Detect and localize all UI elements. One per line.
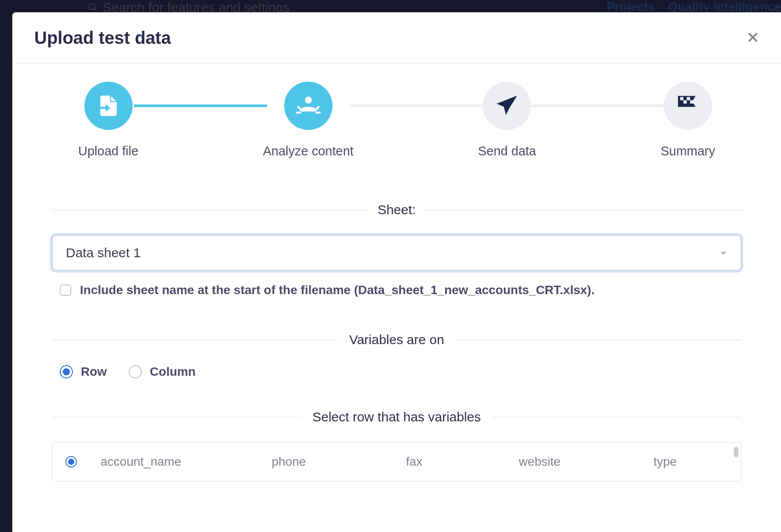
modal-body: Upload file Analyze content	[12, 64, 781, 482]
sheet-section-header: Sheet:	[52, 202, 741, 217]
include-sheet-name-row: Include sheet name at the start of the f…	[52, 283, 741, 297]
close-button[interactable]	[747, 30, 759, 46]
variables-on-row-label: Row	[81, 365, 107, 379]
step-connector-2	[349, 104, 482, 107]
svg-rect-8	[690, 101, 694, 104]
variables-on-column-label: Column	[150, 365, 195, 379]
svg-rect-7	[683, 101, 687, 104]
include-sheet-name-label: Include sheet name at the start of the f…	[80, 283, 595, 297]
sheet-label: Sheet:	[367, 202, 427, 217]
table-cell: website	[477, 455, 603, 469]
step-circle-send	[483, 82, 531, 130]
table-cell: phone	[226, 455, 352, 469]
step-label-upload: Upload file	[78, 144, 138, 158]
step-circle-upload	[84, 82, 133, 130]
svg-rect-6	[687, 97, 690, 101]
variables-on-row-radio[interactable]	[60, 365, 73, 378]
sheet-select-wrapper: Data sheet 1	[52, 235, 741, 271]
table-row-cells: account_name phone fax website type	[101, 455, 728, 469]
select-row-section-header: Select row that has variables	[52, 410, 741, 424]
step-label-analyze: Analyze content	[263, 144, 353, 158]
step-send-data[interactable]: Send data	[478, 82, 536, 158]
step-analyze-content[interactable]: Analyze content	[263, 82, 353, 158]
variables-on-label: Variables are on	[339, 332, 455, 347]
step-label-summary: Summary	[661, 144, 715, 158]
analyze-icon	[295, 92, 322, 119]
paper-plane-icon	[495, 93, 519, 118]
svg-rect-5	[680, 97, 683, 101]
variable-row-table: account_name phone fax website type	[52, 442, 741, 482]
table-cell: account_name	[101, 455, 226, 469]
step-circle-analyze	[284, 82, 333, 130]
scroll-indicator[interactable]	[734, 447, 738, 457]
close-icon	[747, 31, 759, 43]
step-connector-1	[134, 104, 267, 107]
variables-section-header: Variables are on	[52, 332, 741, 347]
variables-on-column-option[interactable]: Column	[129, 365, 195, 379]
sheet-select-value: Data sheet 1	[66, 245, 141, 260]
flag-icon	[675, 93, 701, 119]
step-upload-file[interactable]: Upload file	[78, 82, 138, 158]
file-import-icon	[96, 93, 121, 118]
sheet-select[interactable]: Data sheet 1	[52, 235, 741, 271]
stepper: Upload file Analyze content	[52, 82, 741, 158]
step-circle-summary	[664, 82, 712, 130]
modal-header: Upload test data	[12, 12, 781, 64]
table-cell: type	[602, 455, 728, 469]
variables-on-row-option[interactable]: Row	[60, 365, 107, 379]
variables-on-column-radio[interactable]	[129, 365, 142, 378]
table-row[interactable]: account_name phone fax website type	[52, 442, 741, 481]
step-connector-3	[532, 104, 665, 107]
table-row-radio[interactable]	[65, 456, 77, 467]
table-row-radio-cell	[65, 456, 101, 467]
step-label-send: Send data	[478, 144, 536, 158]
variables-on-radio-row: Row Column	[52, 365, 741, 379]
svg-point-4	[305, 97, 312, 104]
table-cell: fax	[351, 455, 477, 469]
upload-modal: Upload test data Upload file	[12, 12, 781, 532]
select-row-label: Select row that has variables	[302, 410, 492, 424]
include-sheet-name-checkbox[interactable]	[60, 284, 71, 296]
step-summary[interactable]: Summary	[661, 82, 715, 158]
chevron-down-icon	[720, 249, 727, 257]
modal-title: Upload test data	[34, 28, 171, 48]
